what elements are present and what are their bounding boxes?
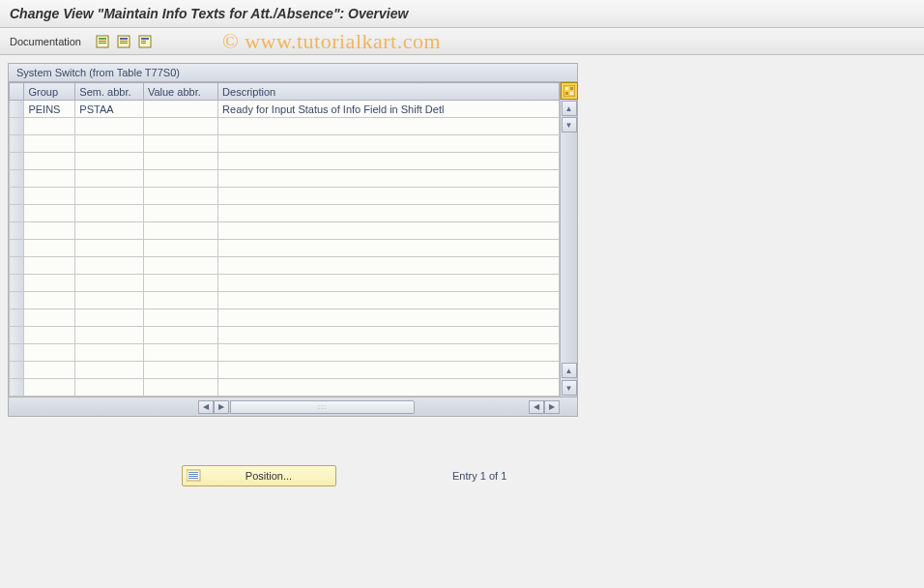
cell-group[interactable]: PEINS — [24, 101, 75, 118]
cell-description[interactable] — [218, 222, 560, 240]
cell-description[interactable] — [218, 170, 560, 188]
row-selector[interactable] — [10, 205, 24, 222]
cell-sem-abbr[interactable] — [75, 275, 144, 292]
hscroll-track[interactable]: ::: — [230, 400, 414, 414]
table-row[interactable] — [10, 327, 560, 344]
scroll-down-button-bottom[interactable]: ▼ — [562, 380, 577, 396]
table-row[interactable] — [10, 205, 560, 222]
cell-description[interactable] — [218, 309, 560, 327]
row-selector[interactable] — [10, 135, 24, 153]
row-selector[interactable] — [10, 240, 24, 257]
scroll-up-button[interactable]: ▲ — [562, 101, 577, 116]
table-row[interactable] — [10, 309, 560, 327]
cell-group[interactable] — [24, 135, 75, 153]
table-row[interactable] — [10, 153, 560, 170]
table-row[interactable] — [10, 188, 560, 205]
cell-sem-abbr[interactable] — [75, 205, 144, 222]
cell-sem-abbr[interactable] — [75, 292, 144, 309]
row-selector[interactable] — [10, 327, 24, 344]
cell-sem-abbr[interactable] — [75, 222, 144, 240]
row-selector[interactable] — [10, 309, 24, 327]
cell-sem-abbr[interactable] — [75, 379, 144, 397]
cell-sem-abbr[interactable]: PSTAA — [75, 101, 144, 118]
table-row[interactable] — [10, 275, 560, 292]
cell-value-abbr[interactable] — [143, 240, 217, 257]
cell-value-abbr[interactable] — [143, 222, 217, 240]
hscroll-thumb[interactable]: ::: — [231, 401, 415, 413]
cell-description[interactable] — [218, 240, 560, 257]
cell-sem-abbr[interactable] — [75, 257, 144, 275]
cell-sem-abbr[interactable] — [75, 188, 144, 205]
row-selector[interactable] — [10, 379, 24, 397]
col-header-sem-abbr[interactable]: Sem. abbr. — [75, 83, 144, 101]
row-selector[interactable] — [10, 170, 24, 188]
cell-sem-abbr[interactable] — [75, 362, 144, 379]
row-selector[interactable] — [10, 188, 24, 205]
cell-group[interactable] — [24, 240, 75, 257]
cell-sem-abbr[interactable] — [75, 118, 144, 135]
cell-description[interactable]: Ready for Input Status of Info Field in … — [218, 101, 560, 118]
table-row[interactable] — [10, 292, 560, 309]
row-selector[interactable] — [10, 118, 24, 135]
cell-value-abbr[interactable] — [143, 362, 217, 379]
cell-value-abbr[interactable] — [143, 344, 217, 362]
table-row[interactable] — [10, 222, 560, 240]
scroll-up-button-bottom[interactable]: ▲ — [562, 363, 577, 378]
cell-group[interactable] — [24, 153, 75, 170]
toolbar-icon-1[interactable] — [95, 34, 110, 49]
scroll-right-button[interactable]: ▶ — [214, 400, 229, 414]
cell-sem-abbr[interactable] — [75, 344, 144, 362]
row-selector[interactable] — [10, 153, 24, 170]
cell-value-abbr[interactable] — [143, 101, 217, 118]
select-all-header[interactable] — [10, 83, 24, 101]
cell-description[interactable] — [218, 344, 560, 362]
cell-description[interactable] — [218, 135, 560, 153]
cell-value-abbr[interactable] — [143, 118, 217, 135]
cell-value-abbr[interactable] — [143, 188, 217, 205]
cell-group[interactable] — [24, 292, 75, 309]
cell-description[interactable] — [218, 327, 560, 344]
cell-value-abbr[interactable] — [143, 275, 217, 292]
row-selector[interactable] — [10, 292, 24, 309]
cell-group[interactable] — [24, 275, 75, 292]
scroll-left-button[interactable]: ◀ — [198, 400, 214, 414]
cell-group[interactable] — [24, 205, 75, 222]
cell-group[interactable] — [24, 170, 75, 188]
toolbar-icon-2[interactable] — [116, 34, 131, 49]
row-selector[interactable] — [10, 362, 24, 379]
table-row[interactable] — [10, 240, 560, 257]
cell-description[interactable] — [218, 379, 560, 397]
cell-value-abbr[interactable] — [143, 170, 217, 188]
cell-group[interactable] — [24, 118, 75, 135]
cell-value-abbr[interactable] — [143, 309, 217, 327]
row-selector[interactable] — [10, 275, 24, 292]
cell-value-abbr[interactable] — [143, 153, 217, 170]
cell-sem-abbr[interactable] — [75, 240, 144, 257]
table-row[interactable]: PEINSPSTAAReady for Input Status of Info… — [10, 101, 560, 118]
cell-group[interactable] — [24, 257, 75, 275]
cell-description[interactable] — [218, 188, 560, 205]
cell-sem-abbr[interactable] — [75, 327, 144, 344]
row-selector[interactable] — [10, 101, 24, 118]
table-row[interactable] — [10, 135, 560, 153]
col-header-group[interactable]: Group — [24, 83, 75, 101]
cell-value-abbr[interactable] — [143, 135, 217, 153]
cell-group[interactable] — [24, 222, 75, 240]
table-row[interactable] — [10, 118, 560, 135]
table-row[interactable] — [10, 257, 560, 275]
position-button[interactable]: Position... — [182, 465, 336, 486]
cell-group[interactable] — [24, 362, 75, 379]
cell-sem-abbr[interactable] — [75, 135, 144, 153]
cell-value-abbr[interactable] — [143, 292, 217, 309]
toolbar-icon-3[interactable] — [137, 34, 153, 49]
cell-group[interactable] — [24, 379, 75, 397]
table-row[interactable] — [10, 379, 560, 397]
cell-value-abbr[interactable] — [143, 379, 217, 397]
col-header-value-abbr[interactable]: Value abbr. — [143, 83, 217, 101]
cell-description[interactable] — [218, 362, 560, 379]
cell-description[interactable] — [218, 153, 560, 170]
cell-description[interactable] — [218, 205, 560, 222]
cell-value-abbr[interactable] — [143, 327, 217, 344]
row-selector[interactable] — [10, 257, 24, 275]
cell-value-abbr[interactable] — [143, 257, 217, 275]
